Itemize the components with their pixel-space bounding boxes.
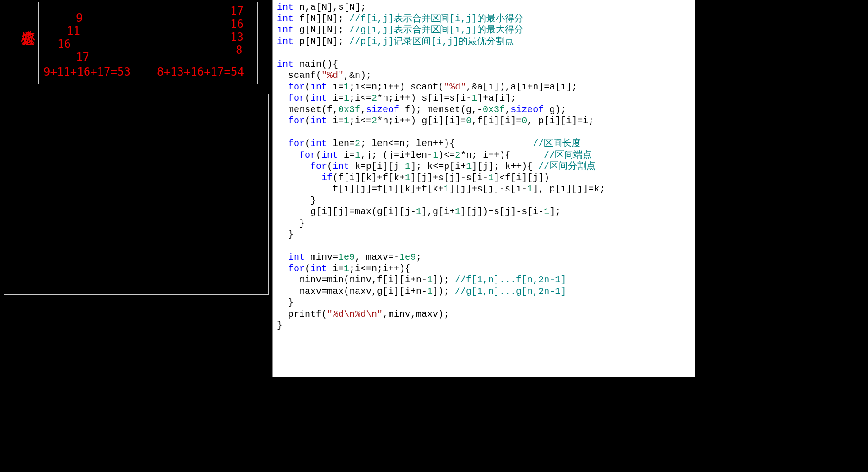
redline-4 xyxy=(176,214,203,214)
redline-6 xyxy=(176,221,231,221)
code-line: } xyxy=(277,218,691,230)
code-line: g[i][j]=max(g[i][j-1],g[i+1][j])+s[j]-s[… xyxy=(277,206,691,218)
code-line xyxy=(277,47,691,59)
code-line: int minv=1e9, maxv=-1e9; xyxy=(277,252,691,263)
code-line: memset(f,0x3f,sizeof f); memset(g,-0x3f,… xyxy=(277,104,691,116)
code-line: int f[N][N]; //f[i,j]表示合并区间[i,j]的最小得分 xyxy=(277,13,691,25)
code-line: for(int i=1;i<=2*n;i++) g[i][i]=0,f[i][i… xyxy=(277,115,691,127)
box1-val-0: 9 xyxy=(76,12,82,25)
redline-1 xyxy=(87,214,142,214)
empty-box xyxy=(4,94,269,295)
code-line: int g[N][N]; //g[i,j]表示合并区间[i,j]的最大得分 xyxy=(277,25,691,36)
code-line: for(int i=1;i<=n;i++){ xyxy=(277,263,691,275)
box2-val-2: 13 xyxy=(230,31,244,44)
code-line: } xyxy=(277,229,691,241)
greedy-box-1: 9 11 16 17 9+11+16+17=53 xyxy=(38,2,144,84)
redline-5 xyxy=(208,214,231,214)
left-panel: 贪心失败 9 11 16 17 9+11+16+17=53 17 16 13 8… xyxy=(0,0,272,377)
code-line: } xyxy=(277,320,691,332)
box1-sum: 9+11+16+17=53 xyxy=(44,65,131,78)
box1-val-2: 16 xyxy=(57,38,71,51)
box2-val-0: 17 xyxy=(230,5,244,18)
box1-val-1: 11 xyxy=(67,25,80,38)
code-line: } xyxy=(277,297,691,309)
code-line: int n,a[N],s[N]; xyxy=(277,2,691,13)
code-line: for(int k=p[i][j-1]; k<=p[i+1][j]; k++){… xyxy=(277,161,691,172)
box1-val-3: 17 xyxy=(76,51,89,64)
redline-2 xyxy=(69,221,142,221)
code-panel: int n,a[N],s[N]; int f[N][N]; //f[i,j]表示… xyxy=(272,0,695,377)
code-line: } xyxy=(277,195,691,207)
box2-val-3: 8 xyxy=(236,44,242,57)
code-line: f[i][j]=f[i][k]+f[k+1][j]+s[j]-s[i-1], p… xyxy=(277,184,691,195)
code-line: for(int i=1;i<=n;i++) scanf("%d",&a[i]),… xyxy=(277,82,691,93)
code-line: for(int i=1,j; (j=i+len-1)<=2*n; i++){ /… xyxy=(277,150,691,161)
code-line: maxv=max(maxv,g[i][i+n-1]); //g[1,n]...g… xyxy=(277,286,691,298)
box2-val-1: 16 xyxy=(230,18,244,31)
code-line: for(int i=1;i<=2*n;i++) s[i]=s[i-1]+a[i]… xyxy=(277,93,691,104)
code-line: for(int len=2; len<=n; len++){ //区间长度 xyxy=(277,138,691,150)
code-line xyxy=(277,127,691,139)
box2-sum: 8+13+16+17=54 xyxy=(157,65,244,78)
redline-3 xyxy=(92,228,134,228)
code-line xyxy=(277,241,691,252)
code-line: printf("%d\n%d\n",minv,maxv); xyxy=(277,309,691,320)
code-line: int main(){ xyxy=(277,59,691,70)
greedy-box-2: 17 16 13 8 8+13+16+17=54 xyxy=(152,2,258,84)
code-line: scanf("%d",&n); xyxy=(277,70,691,82)
code-line: int p[N][N]; //p[i,j]记录区间[i,j]的最优分割点 xyxy=(277,36,691,48)
code-line: if(f[i][k]+f[k+1][j]+s[j]-s[i-1]<f[i][j]… xyxy=(277,172,691,184)
code-line: minv=min(minv,f[i][i+n-1]); //f[1,n]...f… xyxy=(277,274,691,286)
